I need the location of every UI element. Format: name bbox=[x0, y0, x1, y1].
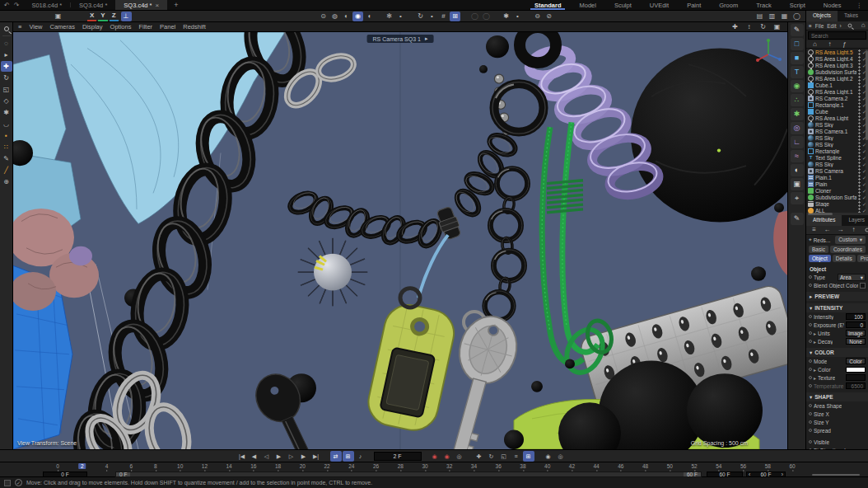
attribute-dropdown[interactable]: Area▾ bbox=[838, 274, 866, 281]
maximize-view-icon[interactable]: ▣ bbox=[772, 22, 782, 32]
magnet-tool-icon[interactable]: ⊕ bbox=[1, 176, 12, 187]
animation-dot-icon[interactable] bbox=[809, 323, 812, 326]
snap-small-icon[interactable]: • bbox=[427, 12, 437, 21]
object-row[interactable]: Subdivision Surface✓ bbox=[806, 194, 868, 200]
remove-icon[interactable]: ⊖ bbox=[532, 12, 543, 21]
spline-points-icon[interactable]: ∷ bbox=[1, 142, 12, 152]
up-icon[interactable]: ↑ bbox=[848, 225, 859, 235]
visibility-dots[interactable] bbox=[858, 129, 861, 134]
preview-range-start-handle[interactable]: 0 F bbox=[116, 472, 130, 476]
object-row[interactable]: Cube.1✓ bbox=[806, 82, 868, 88]
layout-tab-sculpt[interactable]: Sculpt bbox=[605, 0, 641, 10]
object-row[interactable]: RS Area Light.2✓ bbox=[806, 75, 868, 82]
rotate-tool-icon[interactable]: ↻ bbox=[1, 73, 12, 83]
animation-dot-icon[interactable] bbox=[809, 412, 812, 415]
visibility-dots[interactable] bbox=[858, 201, 861, 207]
layout-tab-groom[interactable]: Groom bbox=[710, 0, 747, 10]
object-row[interactable]: RS Area Light✓ bbox=[806, 115, 868, 121]
object-row[interactable]: RS Area Light.1✓ bbox=[806, 88, 868, 95]
object-row[interactable]: Rectangle.1✓ bbox=[806, 101, 868, 108]
object-row[interactable]: Cube✓ bbox=[806, 108, 868, 115]
falloff-icon[interactable]: ◖ bbox=[364, 12, 375, 21]
animation-dot-icon[interactable] bbox=[809, 376, 812, 379]
cloner-icon[interactable]: ∴ bbox=[791, 94, 804, 106]
particle-dot-icon[interactable]: • bbox=[512, 12, 523, 21]
forward-icon[interactable]: → bbox=[835, 225, 846, 235]
sound-button[interactable]: ♪ bbox=[355, 451, 366, 462]
animation-dot-icon[interactable] bbox=[809, 420, 812, 424]
key-pla-button[interactable]: ⊞ bbox=[523, 451, 534, 462]
spline-arc-icon[interactable]: ◡ bbox=[1, 119, 12, 129]
pen-tool-icon[interactable]: ✎ bbox=[1, 153, 12, 164]
pose-icon[interactable]: • bbox=[395, 12, 406, 21]
object-search-input[interactable] bbox=[808, 31, 866, 40]
range-start-field[interactable]: 0 F bbox=[43, 472, 87, 477]
current-frame-field[interactable]: 2 F bbox=[374, 452, 422, 461]
viewport-menu-cameras[interactable]: Cameras bbox=[50, 23, 75, 30]
particles-icon[interactable]: ✱ bbox=[501, 12, 511, 21]
preview-range-end-handle[interactable]: 60 F bbox=[684, 472, 701, 476]
play-button[interactable]: ▶ bbox=[273, 451, 285, 462]
rotate-snap-icon[interactable]: ↻ bbox=[415, 12, 426, 21]
timeline-options-button[interactable]: ◎ bbox=[555, 451, 567, 462]
function-filter-icon[interactable]: ƒ bbox=[839, 40, 850, 49]
goto-end-button[interactable]: ▶| bbox=[310, 451, 322, 462]
disable-icon[interactable]: ⊘ bbox=[544, 12, 554, 21]
axis-lock-x[interactable]: X bbox=[87, 12, 96, 21]
section-header[interactable]: ▸PREVIEW bbox=[806, 292, 868, 301]
selection-cursor-icon[interactable]: ▸ bbox=[1, 49, 12, 60]
attr-tab-project[interactable]: Project bbox=[857, 255, 868, 262]
object-row[interactable]: RS Camera.2✓ bbox=[806, 95, 868, 101]
material-ball-icon[interactable]: ◐ bbox=[791, 164, 804, 176]
animation-dot-icon[interactable] bbox=[809, 331, 812, 335]
object-row[interactable]: RS Area Light.4✓ bbox=[806, 55, 868, 62]
volume-icon[interactable]: ◐ bbox=[341, 12, 352, 21]
layout-more-icon[interactable]: ⋮ bbox=[851, 0, 868, 10]
dynamics-off-icon[interactable]: ◯ bbox=[481, 12, 492, 21]
visibility-dots[interactable] bbox=[858, 69, 861, 75]
status-grid-icon[interactable] bbox=[4, 480, 11, 486]
visibility-dots[interactable] bbox=[858, 115, 861, 121]
viewport-menu-options[interactable]: Options bbox=[110, 23, 132, 30]
attribute-value-field[interactable]: 100 bbox=[846, 313, 866, 320]
render-picture-viewer-icon[interactable]: ▥ bbox=[767, 12, 777, 21]
transfer-tool-icon[interactable]: ✱ bbox=[1, 107, 12, 118]
object-row[interactable]: Cloner✓ bbox=[806, 187, 868, 194]
search-tool-icon[interactable] bbox=[1, 23, 12, 34]
visibility-dots[interactable] bbox=[858, 175, 861, 181]
visibility-dots[interactable] bbox=[858, 82, 861, 88]
next-key-button[interactable]: ▶ bbox=[298, 451, 310, 462]
loop-button[interactable]: ⇄ bbox=[330, 451, 342, 462]
animation-dot-icon[interactable] bbox=[809, 368, 812, 371]
key-parameter-button[interactable]: ≡ bbox=[511, 451, 522, 462]
viewport-menu-panel[interactable]: Panel bbox=[160, 23, 175, 30]
workplane-snap-icon[interactable]: # bbox=[438, 12, 449, 21]
attr-tab-details[interactable]: Details bbox=[833, 255, 856, 262]
color-swatch[interactable] bbox=[846, 367, 866, 373]
edit-pen-icon[interactable]: ✎ bbox=[791, 213, 804, 225]
animation-dot-icon[interactable] bbox=[809, 275, 812, 279]
live-selection-icon[interactable]: ◌ bbox=[1, 38, 12, 49]
section-header[interactable]: ▾COLOR bbox=[806, 348, 868, 357]
section-header[interactable]: ▾INTENSITY bbox=[806, 303, 868, 312]
attr-tab-basic[interactable]: Basic bbox=[809, 246, 828, 253]
attribute-value-field[interactable]: 0 bbox=[846, 321, 866, 328]
layout-tab-standard[interactable]: Standard bbox=[525, 0, 571, 10]
visibility-dots[interactable] bbox=[858, 195, 861, 200]
viewport-menu-redshift[interactable]: Redshift bbox=[183, 23, 206, 30]
panel-tab-objects[interactable]: Objects bbox=[806, 11, 838, 21]
spline-point-icon[interactable]: ▪ bbox=[1, 130, 12, 141]
team-render-icon[interactable]: ◯ bbox=[791, 12, 802, 21]
viewport-menu-display[interactable]: Display bbox=[82, 23, 103, 30]
expand-icon[interactable]: ▸ bbox=[814, 367, 816, 373]
expand-icon[interactable]: ▸ bbox=[814, 375, 816, 381]
animation-dot-icon[interactable] bbox=[809, 340, 812, 343]
animation-dot-icon[interactable] bbox=[809, 448, 812, 449]
attribute-value-field[interactable]: Color bbox=[846, 358, 866, 364]
animation-dot-icon[interactable] bbox=[809, 440, 812, 443]
workplane-icon[interactable]: ▣ bbox=[53, 12, 63, 21]
prev-frame-button[interactable]: ◁ bbox=[261, 451, 273, 462]
key-scale-button[interactable]: ◱ bbox=[498, 451, 510, 462]
expand-icon[interactable]: ▸ bbox=[814, 331, 816, 336]
redo-icon[interactable]: ↷ bbox=[14, 2, 20, 9]
